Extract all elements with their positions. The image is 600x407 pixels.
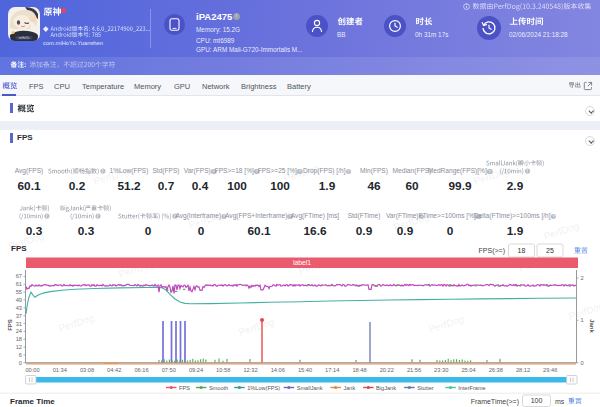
svg-text:Stutter: Stutter xyxy=(417,385,434,391)
svg-text:6: 6 xyxy=(19,352,22,358)
svg-text:FPS(>=): FPS(>=) xyxy=(479,247,505,255)
svg-text:SmallJank: SmallJank xyxy=(297,385,323,391)
svg-text:0: 0 xyxy=(581,360,584,366)
svg-text:17:14: 17:14 xyxy=(325,367,339,373)
svg-text:49: 49 xyxy=(16,297,22,303)
svg-text:24: 24 xyxy=(16,328,22,334)
svg-text:100: 100 xyxy=(531,397,543,404)
svg-text:67: 67 xyxy=(16,273,22,279)
svg-text:03:08: 03:08 xyxy=(80,367,94,373)
svg-text:label1: label1 xyxy=(293,259,311,266)
svg-text:09:24: 09:24 xyxy=(189,367,203,373)
svg-text:26:38: 26:38 xyxy=(489,367,503,373)
svg-text:28:12: 28:12 xyxy=(516,367,530,373)
svg-text:Jank: Jank xyxy=(589,319,595,333)
svg-text:0: 0 xyxy=(19,360,22,366)
svg-text:25: 25 xyxy=(546,247,554,254)
svg-text:ms: ms xyxy=(555,398,565,405)
svg-text:00:00: 00:00 xyxy=(25,367,39,373)
svg-text:25:04: 25:04 xyxy=(461,367,475,373)
svg-text:1%Low(FPS): 1%Low(FPS) xyxy=(247,385,280,391)
svg-text:55: 55 xyxy=(16,289,22,295)
svg-text:23:30: 23:30 xyxy=(434,367,448,373)
svg-text:Jank: Jank xyxy=(343,385,355,391)
svg-text:PerfDog: PerfDog xyxy=(542,220,580,242)
svg-text:18:48: 18:48 xyxy=(352,367,366,373)
svg-text:43: 43 xyxy=(16,305,22,311)
svg-text:31: 31 xyxy=(16,321,22,327)
svg-text:01:34: 01:34 xyxy=(53,367,67,373)
svg-text:2: 2 xyxy=(581,275,584,281)
svg-text:FPS: FPS xyxy=(7,319,13,331)
svg-text:FPS: FPS xyxy=(11,244,27,253)
svg-text:12:32: 12:32 xyxy=(243,367,257,373)
svg-text:Frame Time: Frame Time xyxy=(10,397,55,406)
svg-text:InterFrame: InterFrame xyxy=(458,385,485,391)
svg-text:Smooth: Smooth xyxy=(209,385,228,391)
svg-text:06:16: 06:16 xyxy=(134,367,148,373)
svg-text:07:50: 07:50 xyxy=(162,367,176,373)
svg-text:15:40: 15:40 xyxy=(298,367,312,373)
svg-text:12: 12 xyxy=(16,344,22,350)
svg-text:21:56: 21:56 xyxy=(407,367,421,373)
svg-text:20:22: 20:22 xyxy=(380,367,394,373)
svg-text:14:06: 14:06 xyxy=(271,367,285,373)
svg-text:10:58: 10:58 xyxy=(216,367,230,373)
svg-text:1: 1 xyxy=(581,317,584,323)
svg-text:BigJank: BigJank xyxy=(376,385,396,391)
svg-text:18: 18 xyxy=(518,247,526,254)
svg-text:37: 37 xyxy=(16,313,22,319)
svg-text:61: 61 xyxy=(16,281,22,287)
svg-text:18: 18 xyxy=(16,336,22,342)
svg-text:FPS: FPS xyxy=(179,385,190,391)
svg-text:29:46: 29:46 xyxy=(543,367,557,373)
svg-text:FrameTime(>=): FrameTime(>=) xyxy=(471,398,519,406)
svg-text:04:42: 04:42 xyxy=(107,367,121,373)
